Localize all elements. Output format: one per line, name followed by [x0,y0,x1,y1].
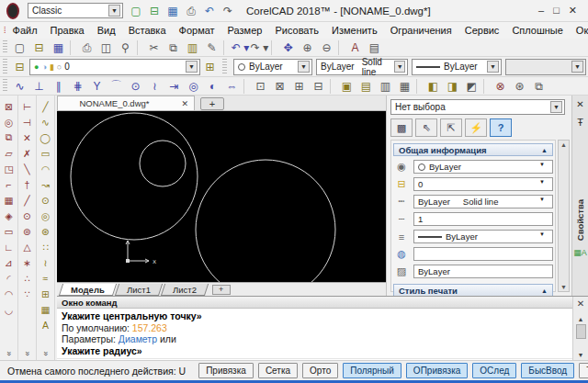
layer-unlock-icon[interactable]: ◨ [443,78,462,95]
erase-tool-icon[interactable]: ⊠ [1,98,17,114]
section-general-header[interactable]: Общая информация ▲ [393,143,553,156]
open-icon[interactable]: ⊟ [29,39,49,56]
dim-ordinate-icon[interactable]: † [19,176,36,192]
menu-item[interactable]: Рисовать [268,25,325,36]
status-toggle-button[interactable]: Полярный [343,363,401,378]
redo-icon[interactable]: ↷ ▾ [250,39,269,56]
menu-item[interactable]: Файл [6,25,44,36]
pan-icon[interactable]: ✥ [278,39,298,56]
select-entities-button[interactable]: ⇱ [440,118,462,137]
dim-angular-icon[interactable]: ✕ [19,130,36,145]
chevron-down-icon[interactable]: ▼ [539,179,550,189]
hyperlink-input[interactable] [413,247,553,261]
collapse-icon[interactable]: ▲ [541,287,548,294]
open-icon[interactable]: ⊟ [145,3,164,19]
help-button[interactable]: ? [490,118,512,137]
more-tools-chevron-icon[interactable]: » [40,351,50,355]
parallel-constraint-icon[interactable]: ⋕ [68,78,87,95]
spline-tool-icon[interactable]: ↝ [38,176,54,192]
symmetric-constraint-icon[interactable]: ⇥ [164,78,184,95]
freehand-tool-icon[interactable]: ≀ [38,254,54,270]
select-matching-button[interactable]: ▩ [390,118,413,137]
chevron-down-icon[interactable]: ▼ [298,61,310,73]
point-tool-icon[interactable]: ∷ [38,239,54,254]
status-toggle-button[interactable]: БысВвод [521,363,574,378]
scrollbar-thumb[interactable] [576,324,586,339]
dim-center-icon[interactable]: ⊙ [19,208,36,223]
block-tool-icon[interactable]: ⊞ [38,286,54,301]
separator[interactable] [338,40,344,55]
menu-item[interactable]: Сплошные [505,25,569,36]
layers-manager-icon[interactable]: ⊟ [10,59,29,75]
offset-tool-icon[interactable]: ◳ [1,161,17,176]
status-toggle-button[interactable]: Привязка [198,363,254,378]
snap-center-icon[interactable]: ⊟ [309,78,328,95]
smooth-constraint-icon[interactable]: ≀ [145,78,164,95]
scroll-up-icon[interactable]: ▲ [578,316,584,322]
lineweight-select[interactable]: ByLayer ▼ [413,230,553,243]
linestyle-select[interactable]: ByLayer Solid line ▼ [316,59,408,75]
sheet-tab[interactable]: Лист1 [115,284,163,296]
redo-icon[interactable]: ↷ [219,3,237,19]
menu-item[interactable]: Размер [221,25,269,36]
chevron-down-icon[interactable]: ▼ [186,61,198,73]
layer-thaw-icon[interactable]: ▦ [395,78,414,95]
dim-edit-icon[interactable]: ∵ [19,286,36,301]
polyline-tool-icon[interactable]: ∿ [38,114,54,130]
chevron-down-icon[interactable]: ▼ [550,101,562,113]
properties-panel-tab[interactable]: Свойства [575,199,585,241]
lineweight-select[interactable]: ByLayer ▼ [412,59,502,75]
dim-diameter-icon[interactable]: ╲ [19,161,36,176]
properties-scrollbar[interactable]: ▲ ▼ [558,140,570,292]
hatch-tool-icon[interactable]: ▦ [38,301,54,317]
close-command-window-icon[interactable]: ✕ [577,299,584,309]
dim-aligned-icon[interactable]: ⊣ [19,114,36,130]
pencil-icon[interactable]: ✎ [202,39,221,56]
layer-isolate-icon[interactable]: ◩ [462,78,481,95]
explode-tool-icon[interactable]: ◡ [1,301,17,317]
zoom-out-icon[interactable]: ⊖ [317,39,336,56]
new-tab-button[interactable]: + [200,97,224,110]
menu-item[interactable]: Формат [173,25,221,36]
toolbar-grip[interactable] [222,59,227,74]
drawn-circle[interactable] [140,141,186,186]
coincident-constraint-icon[interactable]: ◐ [203,78,222,95]
print-preview-icon[interactable]: ◫ [96,39,116,56]
dim-leader-icon[interactable]: ╱ [19,192,36,208]
more-tools-chevron-icon[interactable]: » [22,351,31,355]
menu-item[interactable]: Изменить [325,25,384,36]
command-window-title[interactable]: Окно команд [57,297,572,309]
undo-icon[interactable]: ↶ ▾ [231,39,250,56]
chevron-down-icon[interactable]: ▼ [539,162,550,172]
layer-on-icon[interactable]: ▣ [337,78,356,95]
layer-lock-icon[interactable]: ◧ [424,78,443,95]
lock-constraint-icon[interactable]: ⊥ [29,78,49,95]
add-sheet-button[interactable]: + [212,285,231,295]
fillet-tool-icon[interactable]: ◜ [1,270,17,286]
section-printstyle-header[interactable]: Стиль печати ▲ [393,284,553,297]
transparency-input[interactable]: ByLayer [413,265,553,278]
menu-item[interactable]: Правка [44,25,91,36]
status-toggle-button[interactable]: Орто [302,363,338,378]
selection-select[interactable]: Нет выбора ▼ [390,99,565,115]
copy-icon[interactable]: ⧉ [164,39,183,56]
chevron-down-icon[interactable]: ▼ [539,231,550,242]
dim-arc-icon[interactable]: ✗ [19,145,36,161]
separator[interactable] [137,40,142,55]
circle-tool-icon[interactable]: ⊙ [38,192,54,208]
trim-tool-icon[interactable]: ∟ [1,239,17,254]
snap-settings-icon[interactable]: ⊡ [251,78,270,95]
undo-icon[interactable]: ↶ [200,3,219,19]
new-layer-icon[interactable]: ⊞ [200,59,220,75]
close-tab-icon[interactable]: ✕ [181,99,188,108]
dim-baseline-icon[interactable]: △ [19,239,36,254]
array-tool-icon[interactable]: ▦ [1,192,17,208]
status-toggle-button[interactable]: ОПривязка [406,363,468,378]
rotate-tool-icon[interactable]: ◈ [1,208,17,223]
cut-icon[interactable]: ✂ [144,39,164,56]
donut-tool-icon[interactable]: ⊛ [38,223,54,239]
select-cursor-button[interactable]: ⇖ [415,118,437,137]
toolbar-grip[interactable] [3,79,7,93]
separator[interactable] [271,40,277,55]
minimize-button[interactable]: – [538,5,544,17]
